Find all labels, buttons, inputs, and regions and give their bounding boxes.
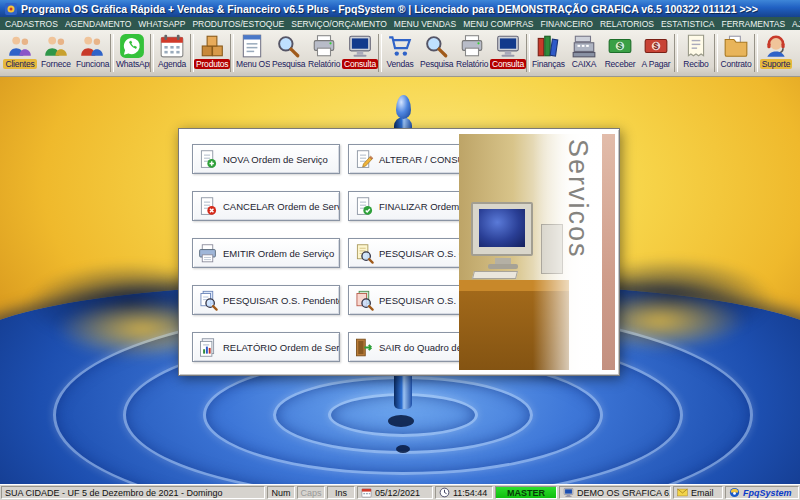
dialog-button-cancelar-ordem-de-servico[interactable]: CANCELAR Ordem de Serviço [192, 191, 340, 221]
menu-item-estatistica[interactable]: ESTATISTICA [661, 19, 715, 29]
toolbar-button-funciona[interactable]: Funciona [74, 31, 110, 75]
toolbar-button-suporte[interactable]: Suporte [758, 31, 794, 75]
status-num-lock: Num [267, 486, 295, 499]
photo-monitor-stand [495, 258, 511, 264]
status-date-value: 05/12/2021 [375, 488, 420, 498]
toolbar-button-pesquisa[interactable]: Pesquisa [270, 31, 306, 75]
menu-item-financeiro[interactable]: FINANCEIRO [541, 19, 593, 29]
printer-icon [311, 33, 337, 59]
toolbar-label: Vendas [384, 59, 415, 69]
dialog-right-strip [602, 134, 615, 370]
toolbar-button-whatsapp[interactable]: WhatsApp [114, 31, 150, 75]
toolbar: ClientesForneceFuncionaWhatsAppAgendaPro… [0, 30, 800, 77]
search-icon [275, 33, 301, 59]
toolbar-button-fornece[interactable]: Fornece [38, 31, 74, 75]
dialog-button-nova-ordem-de-servico[interactable]: NOVA Ordem de Serviço [192, 144, 340, 174]
status-bar: SUA CIDADE - UF 5 de Dezembro de 2021 - … [0, 484, 800, 500]
menu-item-ferramentas[interactable]: FERRAMENTAS [721, 19, 785, 29]
toolbar-button-pesquisa[interactable]: Pesquisa [418, 31, 454, 75]
toolbar-label: Recibo [681, 59, 710, 69]
register-icon [571, 33, 597, 59]
toolbar-label: Relatório [306, 59, 342, 69]
dialog-button-emitir-ordem-de-servico[interactable]: EMITIR Ordem de Serviço [192, 238, 340, 268]
money-red-icon: $ [643, 33, 669, 59]
toolbar-button-recibo[interactable]: Recibo [678, 31, 714, 75]
money-green-icon: $ [607, 33, 633, 59]
menu-item-menu-vendas[interactable]: MENU VENDAS [394, 19, 456, 29]
toolbar-button-relatorio[interactable]: Relatório [306, 31, 342, 75]
dialog-button-relatorio-ordem-de-servicos[interactable]: RELATÓRIO Ordem de Serviços [192, 332, 340, 362]
status-time: 11:54:44 [435, 486, 493, 499]
status-user-badge: MASTER [495, 486, 557, 499]
toolbar-button-menu-os[interactable]: Menu OS [234, 31, 270, 75]
menu-item-produtos-estoque[interactable]: PRODUTOS/ESTOQUE [192, 19, 284, 29]
toolbar-button-financas[interactable]: Finanças [530, 31, 566, 75]
toolbar-button-clientes[interactable]: Clientes [2, 31, 38, 75]
toolbar-label: WhatsApp [114, 59, 150, 69]
toolbar-button-vendas[interactable]: Vendas [382, 31, 418, 75]
toolbar-button-consulta[interactable]: Consulta [490, 31, 526, 75]
dialog-button-grid: NOVA Ordem de ServiçoALTERAR / CONSULTAR… [192, 144, 496, 362]
menu-item-menu-compras[interactable]: MENU COMPRAS [463, 19, 533, 29]
svg-text:$: $ [618, 41, 623, 51]
toolbar-button-relatorio[interactable]: Relatório [454, 31, 490, 75]
toolbar-button-caixa[interactable]: CAIXA [566, 31, 602, 75]
dialog-button-label: CANCELAR Ordem de Serviço [223, 201, 340, 212]
clock-icon [439, 487, 450, 498]
dialog-button-pesquisar-o-s-pendentes[interactable]: PESQUISAR O.S. Pendentes [192, 285, 340, 315]
status-email-label: Email [691, 488, 714, 498]
toolbar-label: Pesquisa [418, 59, 454, 69]
menu-bar: CADASTROSAGENDAMENTOWHATSAPPPRODUTOS/EST… [0, 17, 800, 30]
toolbar-label: Finanças [530, 59, 566, 69]
toolbar-label: Clientes [3, 59, 36, 69]
water-drop-shadow [396, 445, 410, 453]
toolbar-label: Pesquisa [270, 59, 306, 69]
title-bar[interactable]: Programa OS Gráfica Rápida + Vendas & Fi… [0, 0, 800, 17]
toolbar-button-agenda[interactable]: Agenda [154, 31, 190, 75]
menu-item-whatsapp[interactable]: WHATSAPP [138, 19, 185, 29]
status-system-value: DEMO OS GRAFICA 6.5 [577, 488, 671, 498]
doc-edit-icon [353, 149, 374, 170]
doc-cancel-icon [197, 196, 218, 217]
menu-item-relatorios[interactable]: RELATORIOS [600, 19, 654, 29]
status-system-name: DEMO OS GRAFICA 6.5 [559, 486, 671, 499]
calendar-icon [361, 487, 372, 498]
dialog-button-label: EMITIR Ordem de Serviço [223, 248, 334, 259]
menu-item-servico-orcamento[interactable]: SERVIÇO/ORÇAMENTO [291, 19, 387, 29]
status-email-button[interactable]: Email [673, 486, 723, 499]
monitor-icon [495, 33, 521, 59]
status-location: SUA CIDADE - UF 5 de Dezembro de 2021 - … [1, 486, 265, 499]
toolbar-label: Suporte [760, 59, 792, 69]
menu-item-cadastros[interactable]: CADASTROS [5, 19, 58, 29]
envelope-icon [677, 487, 688, 498]
dialog-vertical-title: Servicos [562, 139, 593, 367]
monitor-icon [347, 33, 373, 59]
toolbar-button-produtos[interactable]: Produtos [194, 31, 230, 75]
photo-computer-tower [541, 224, 563, 274]
toolbar-button-receber[interactable]: $Receber [602, 31, 638, 75]
status-caps-lock: Caps [297, 486, 325, 499]
doc-print-icon [197, 243, 218, 264]
toolbar-label: Consulta [490, 59, 526, 69]
status-brand-label: FpqSystem [743, 488, 792, 498]
search-docs2-icon [197, 290, 218, 311]
cart-icon [387, 33, 413, 59]
toolbar-button-consulta[interactable]: Consulta [342, 31, 378, 75]
dialog-button-label: RELATÓRIO Ordem de Serviços [223, 342, 340, 353]
search-docs3-icon [353, 290, 374, 311]
search-icon [423, 33, 449, 59]
status-date: 05/12/2021 [357, 486, 433, 499]
computer-icon [563, 487, 574, 498]
main-area: NOVA Ordem de ServiçoALTERAR / CONSULTAR… [0, 77, 800, 484]
report-icon [197, 337, 218, 358]
menu-item-agendamento[interactable]: AGENDAMENTO [65, 19, 131, 29]
toolbar-button-contrato[interactable]: Contrato [718, 31, 754, 75]
toolbar-label: Produtos [194, 59, 230, 69]
water-droplet [396, 95, 411, 119]
app-icon [5, 3, 17, 15]
toolbar-label: Relatório [454, 59, 490, 69]
dialog-button-label: NOVA Ordem de Serviço [223, 154, 328, 165]
toolbar-button-a-pagar[interactable]: $A Pagar [638, 31, 674, 75]
photo-monitor [471, 202, 533, 256]
menu-item-ajuda[interactable]: AJUDA [792, 19, 800, 29]
